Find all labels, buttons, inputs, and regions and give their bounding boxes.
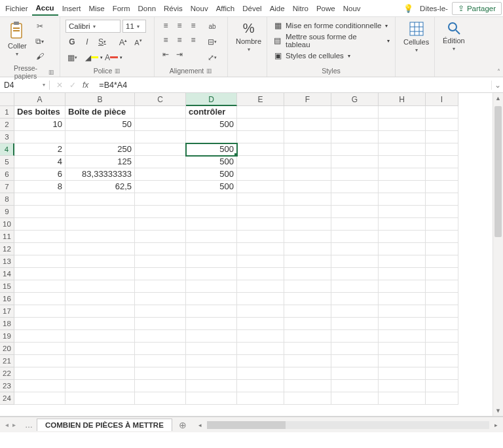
tab-devel[interactable]: Dével (238, 2, 265, 15)
cell-G23[interactable] (331, 380, 379, 392)
expand-formula-bar-icon[interactable]: ⌄ (491, 81, 503, 90)
tab-powe[interactable]: Powe (312, 2, 339, 15)
row-header-20[interactable]: 20 (0, 343, 14, 355)
share-button[interactable]: ⇪ Partager (452, 2, 502, 15)
cell-E16[interactable] (237, 293, 284, 305)
cell-B6[interactable]: 83,33333333 (65, 168, 135, 181)
cell-F20[interactable] (284, 343, 331, 355)
tab-nouv2[interactable]: Nouv (339, 2, 365, 15)
cell-E9[interactable] (237, 206, 284, 218)
cell-H9[interactable] (379, 206, 426, 218)
cell-A16[interactable] (14, 293, 65, 305)
copy-button[interactable]: ⧉▾ (33, 35, 47, 48)
cell-G8[interactable] (331, 193, 379, 206)
cell-C13[interactable] (135, 255, 186, 268)
cell-I13[interactable] (426, 255, 458, 268)
row-header-19[interactable]: 19 (0, 330, 14, 343)
tab-fichier[interactable]: Fichier (1, 2, 32, 15)
cell-E20[interactable] (237, 343, 284, 355)
cell-I7[interactable] (426, 181, 458, 193)
row-header-2[interactable]: 2 (0, 119, 14, 131)
cell-B7[interactable]: 62,5 (65, 181, 135, 193)
font-size-combo[interactable]: 11▾ (122, 20, 146, 33)
column-header-G[interactable]: G (331, 93, 379, 106)
indent-decrease-button[interactable]: ⇤ (160, 48, 172, 60)
cell-E10[interactable] (237, 218, 284, 231)
cell-B13[interactable] (65, 255, 135, 268)
cells-area[interactable]: Des boitesBoîte de piècecontrôler1050500… (14, 106, 493, 405)
cell-A1[interactable]: Des boites (14, 106, 65, 119)
tab-form[interactable]: Form (109, 2, 134, 15)
column-header-E[interactable]: E (237, 93, 284, 106)
cell-D10[interactable] (186, 218, 237, 231)
cell-I8[interactable] (426, 193, 458, 206)
cell-E18[interactable] (237, 318, 284, 330)
tab-affich[interactable]: Affich (212, 2, 239, 15)
cell-G20[interactable] (331, 343, 379, 355)
cell-E4[interactable] (237, 143, 284, 156)
cell-A17[interactable] (14, 305, 65, 318)
cell-D8[interactable] (186, 193, 237, 206)
cell-A10[interactable] (14, 218, 65, 231)
cell-H3[interactable] (379, 131, 426, 143)
conditional-format-button[interactable]: ▦ Mise en forme conditionnelle▾ (272, 21, 388, 30)
cell-D13[interactable] (186, 255, 237, 268)
cell-H13[interactable] (379, 255, 426, 268)
cell-E7[interactable] (237, 181, 284, 193)
cell-H8[interactable] (379, 193, 426, 206)
cell-A21[interactable] (14, 355, 65, 367)
cell-C22[interactable] (135, 367, 186, 380)
cells-button[interactable]: Cellules ▾ (401, 20, 432, 54)
cell-B1[interactable]: Boîte de pièce (65, 106, 135, 119)
fx-icon[interactable]: fx (83, 81, 88, 90)
row-header-6[interactable]: 6 (0, 168, 14, 181)
cell-H4[interactable] (379, 143, 426, 156)
cell-C6[interactable] (135, 168, 186, 181)
scroll-left-icon[interactable]: ◂ (196, 422, 204, 428)
cell-D15[interactable] (186, 280, 237, 293)
cell-A14[interactable] (14, 268, 65, 280)
tell-me[interactable]: Dites-le- (416, 2, 452, 15)
tab-accueil[interactable]: Accu (32, 1, 58, 16)
column-header-I[interactable]: I (426, 93, 458, 106)
cell-F11[interactable] (284, 231, 331, 243)
cell-D1[interactable]: contrôler (186, 106, 237, 119)
cell-G6[interactable] (331, 168, 379, 181)
cell-A2[interactable]: 10 (14, 119, 65, 131)
column-header-A[interactable]: A (14, 93, 65, 106)
collapse-ribbon-icon[interactable]: ˄ (497, 68, 500, 75)
cell-I14[interactable] (426, 268, 458, 280)
cell-E3[interactable] (237, 131, 284, 143)
cell-I20[interactable] (426, 343, 458, 355)
cell-E2[interactable] (237, 119, 284, 131)
align-middle-button[interactable]: ≡ (174, 20, 185, 31)
cell-B17[interactable] (65, 305, 135, 318)
cell-D20[interactable] (186, 343, 237, 355)
cell-C3[interactable] (135, 131, 186, 143)
cell-H12[interactable] (379, 243, 426, 255)
row-header-10[interactable]: 10 (0, 218, 14, 231)
formula-input[interactable]: =B4*A4 (95, 81, 491, 90)
enter-formula-icon[interactable]: ✓ (69, 81, 76, 90)
cell-C15[interactable] (135, 280, 186, 293)
cell-B4[interactable]: 250 (65, 143, 135, 156)
cell-I6[interactable] (426, 168, 458, 181)
cell-B20[interactable] (65, 343, 135, 355)
tab-nouv1[interactable]: Nouv (187, 2, 212, 15)
cell-H23[interactable] (379, 380, 426, 392)
cell-E6[interactable] (237, 168, 284, 181)
sheet-nav-next-icon[interactable]: ▸ (11, 421, 17, 428)
cell-F10[interactable] (284, 218, 331, 231)
cell-D21[interactable] (186, 355, 237, 367)
cell-E21[interactable] (237, 355, 284, 367)
column-header-C[interactable]: C (135, 93, 186, 106)
cell-I9[interactable] (426, 206, 458, 218)
cell-G7[interactable] (331, 181, 379, 193)
cell-I19[interactable] (426, 330, 458, 343)
cell-G2[interactable] (331, 119, 379, 131)
tab-mise[interactable]: Mise (84, 2, 108, 15)
scroll-right-icon[interactable]: ▸ (492, 422, 500, 428)
italic-button[interactable]: I (81, 35, 94, 48)
cell-G3[interactable] (331, 131, 379, 143)
row-header-1[interactable]: 1 (0, 106, 14, 119)
